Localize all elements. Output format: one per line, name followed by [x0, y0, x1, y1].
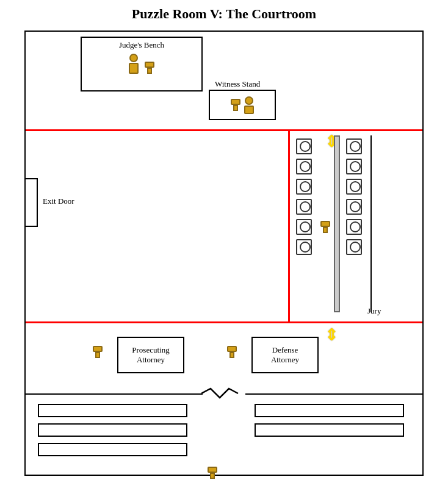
- witness-podium: [231, 99, 240, 111]
- jury-seat: [296, 138, 312, 154]
- prosecuting-attorney-label: ProsecutingAttorney: [132, 345, 169, 365]
- jury-seats-right: [346, 138, 362, 255]
- prosecuting-podium: [93, 346, 103, 358]
- judge-podium: [145, 62, 154, 74]
- judges-bench-label: Judge's Bench: [82, 38, 201, 50]
- jury-seat: [346, 179, 362, 195]
- defense-attorney-area: DefenseAttorney: [251, 337, 319, 373]
- jury-seat: [296, 159, 312, 174]
- defense-attorney-box: DefenseAttorney: [251, 337, 319, 373]
- jury-seat: [296, 239, 312, 255]
- exit-door-label: Exit Door: [43, 196, 74, 206]
- gallery-divider-right: [245, 393, 422, 395]
- prosecuting-attorney-area: ProsecutingAttorney: [117, 337, 184, 373]
- witness-stand-label: Witness Stand: [215, 79, 260, 89]
- jury-seat: [296, 179, 312, 195]
- witness-figure: [244, 96, 254, 114]
- defense-podium: [227, 346, 237, 358]
- gallery-divider-left: [26, 393, 203, 395]
- witness-stand-box: [209, 90, 276, 120]
- jury-section: [291, 135, 422, 315]
- jury-seat: [296, 219, 312, 235]
- judge-figure: [129, 54, 139, 74]
- jury-label: Jury: [367, 306, 381, 316]
- red-line-vertical: [288, 129, 290, 321]
- gallery-bench-left-2: [38, 423, 187, 437]
- red-line-bottom: [26, 321, 422, 323]
- prosecuting-attorney-box: ProsecutingAttorney: [117, 337, 184, 373]
- room-container: Judge's Bench Witness Stand: [24, 30, 424, 476]
- jury-seat: [346, 239, 362, 255]
- page-title: Puzzle Room V: The Courtroom: [0, 0, 448, 26]
- exit-door[interactable]: [26, 178, 38, 227]
- gallery-zigzag: [201, 386, 247, 401]
- jury-right-border: [370, 135, 372, 312]
- jury-seat: [346, 138, 362, 154]
- jury-seat: [346, 219, 362, 235]
- jury-arrow-bottom: ⇕: [325, 326, 338, 345]
- jury-seats-left: [296, 138, 312, 255]
- gallery-bench-right-1: [255, 404, 404, 417]
- gallery-bench-right-2: [255, 423, 404, 437]
- jury-podium: [320, 221, 330, 233]
- gallery-bench-left-3: [38, 443, 187, 456]
- gallery-bench-left-1: [38, 404, 187, 417]
- defense-attorney-label: DefenseAttorney: [271, 345, 299, 365]
- red-line-top: [26, 129, 422, 131]
- jury-seat: [346, 199, 362, 215]
- jury-center-divider: [334, 135, 340, 312]
- bottom-podium: [208, 467, 217, 479]
- judges-bench: Judge's Bench: [81, 37, 203, 92]
- jury-seat: [296, 199, 312, 215]
- jury-seat: [346, 159, 362, 174]
- page: Puzzle Room V: The Courtroom Judge's Ben…: [0, 0, 448, 488]
